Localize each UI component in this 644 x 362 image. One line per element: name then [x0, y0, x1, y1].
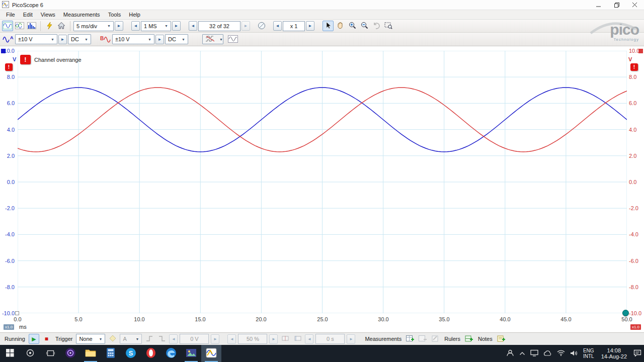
menu-file[interactable]: File — [2, 11, 19, 19]
taskbar-app-calculator[interactable] — [101, 345, 121, 362]
add-measurement-button[interactable] — [405, 334, 416, 344]
channel-a-range-dropdown[interactable]: ±10 V ▼ — [15, 34, 57, 44]
taskbar-app-skype[interactable]: S — [121, 345, 141, 362]
onedrive-tray-button[interactable] — [541, 345, 554, 362]
trigger-toolbar: Running ▶ ■ Trigger None ▼ A ▼ ◄ 0 V ► ◄… — [0, 332, 644, 345]
channel-b-range-next-button[interactable]: ► — [155, 35, 164, 44]
channel-b-options-button[interactable]: B — [99, 34, 111, 45]
taskbar-app-file-explorer[interactable] — [80, 345, 101, 362]
chevron-down-icon: ▼ — [180, 38, 185, 41]
axis-corner-handle[interactable] — [15, 311, 19, 315]
taskbar-app-media-player[interactable] — [60, 345, 80, 362]
channel-a-warning-icon[interactable]: ! — [5, 63, 13, 71]
channel-b-warning-icon[interactable]: ! — [630, 63, 638, 71]
home-settings-button[interactable] — [56, 21, 67, 31]
task-view-button[interactable] — [40, 345, 60, 362]
tray-overflow-button[interactable] — [517, 345, 528, 362]
signal-generator-button[interactable] — [227, 34, 238, 45]
delay-increase-button: ► — [347, 334, 355, 344]
zoom-decrease-button[interactable]: ◄ — [273, 21, 282, 31]
menu-tools[interactable]: Tools — [104, 11, 125, 19]
waveform-plot[interactable] — [18, 51, 627, 313]
close-button[interactable] — [626, 0, 644, 10]
spectrum-mode-button[interactable] — [26, 21, 37, 31]
menu-measurements[interactable]: Measurements — [59, 11, 104, 19]
timebase-dropdown[interactable]: 5 ms/div ▼ — [73, 21, 114, 31]
rulers-button[interactable] — [464, 334, 474, 344]
start-button[interactable] — [0, 345, 20, 362]
x-axis-label: 10.0 — [134, 316, 144, 322]
channel-b-scale-badge: x1.0 — [630, 324, 641, 330]
digital-inputs-icon — [205, 35, 215, 43]
rulers-label: Rulers — [443, 336, 462, 342]
y-axis-left: -10.0-8.0-6.0-4.0-2.00.02.04.06.08.010.0 — [0, 51, 16, 313]
calculator-icon — [106, 347, 116, 359]
x-axis: 0.05.010.015.020.025.030.035.040.045.050… — [18, 316, 627, 323]
svg-text:A: A — [10, 35, 14, 40]
notes-button[interactable] — [496, 334, 507, 344]
axis-scroll-marker[interactable] — [622, 310, 629, 316]
taskbar-app-edge[interactable] — [161, 345, 181, 362]
hand-pan-tool-button[interactable] — [335, 21, 346, 31]
samples-increase-button[interactable]: ► — [172, 21, 181, 31]
chevron-down-icon: ▼ — [105, 24, 111, 28]
channel-a-coupling-dropdown[interactable]: DC ▼ — [68, 34, 91, 44]
channels-toolbar: A ±10 V ▼ ► DC ▼ B ±10 V ▼ ► DC ▼ ▼ — [0, 33, 644, 46]
task-view-icon — [46, 349, 55, 358]
action-center-button[interactable] — [631, 345, 644, 362]
samples-dropdown[interactable]: 1 MS ▼ — [141, 21, 171, 31]
taskbar-app-opera[interactable] — [141, 345, 161, 362]
stop-capture-button[interactable]: ■ — [41, 334, 52, 344]
x-axis-unit: ms — [19, 324, 27, 330]
rapid-trigger-button — [107, 334, 118, 344]
persistence-mode-icon — [15, 22, 24, 30]
channel-a-options-button[interactable]: A — [2, 34, 14, 45]
buffer-previous-button[interactable]: ◄ — [189, 21, 197, 31]
zoom-factor-field[interactable]: x 1 — [283, 21, 305, 31]
pretrigger-increase-button: ► — [269, 334, 278, 344]
display-tray-button[interactable] — [528, 345, 541, 362]
x-axis-label: 25.0 — [317, 316, 328, 322]
y-axis-label-right: -10.0 — [629, 310, 641, 316]
network-tray-button[interactable] — [554, 345, 568, 362]
digital-inputs-button[interactable]: ▼ — [202, 34, 223, 44]
language-indicator[interactable]: ENG INTL — [580, 345, 597, 362]
channel-b-coupling-dropdown[interactable]: DC ▼ — [165, 34, 188, 44]
taskbar-app-picoscope[interactable] — [201, 345, 221, 362]
minimize-button[interactable] — [590, 0, 608, 10]
channel-b-axis-marker[interactable] — [638, 49, 643, 53]
menu-views[interactable]: Views — [37, 11, 59, 19]
chevron-down-icon: ▼ — [217, 38, 223, 41]
channel-a-axis-marker[interactable] — [1, 49, 6, 53]
menu-help[interactable]: Help — [125, 11, 144, 19]
volume-tray-button[interactable] — [568, 345, 580, 362]
notes-label: Notes — [476, 336, 494, 342]
samples-decrease-button[interactable]: ◄ — [131, 21, 140, 31]
taskbar-app-photos[interactable] — [181, 345, 201, 362]
logo-swoosh-icon — [588, 21, 638, 34]
persistence-mode-button[interactable] — [14, 21, 25, 31]
normal-selection-tool-button[interactable] — [323, 21, 334, 31]
people-button[interactable] — [504, 345, 517, 362]
buffer-overview-button[interactable] — [256, 21, 267, 31]
trigger-mode-dropdown[interactable]: None ▼ — [76, 334, 105, 344]
warning-icon: ! — [20, 55, 31, 64]
maximize-button[interactable] — [608, 0, 626, 10]
timebase-next-button[interactable]: ► — [115, 21, 123, 31]
auto-setup-button[interactable] — [44, 21, 55, 31]
start-capture-button[interactable]: ▶ — [29, 334, 39, 344]
taskbar-clock[interactable]: 14:08 14-Aug-22 — [597, 345, 631, 362]
zoom-out-tool-button[interactable] — [359, 21, 370, 31]
buffer-position-field[interactable]: 32 of 32 — [198, 21, 240, 31]
search-button[interactable] — [20, 345, 40, 362]
samples-value: 1 MS — [144, 23, 157, 29]
zoom-increase-button[interactable]: ► — [306, 21, 314, 31]
oscilloscope-mode-button[interactable] — [2, 21, 13, 31]
scope-view[interactable]: -10.0-8.0-6.0-4.0-2.00.02.04.06.08.010.0… — [0, 46, 644, 332]
zoom-in-tool-button[interactable] — [347, 21, 358, 31]
marquee-zoom-tool-button[interactable] — [383, 21, 394, 31]
channel-b-range-dropdown[interactable]: ±10 V ▼ — [112, 34, 154, 44]
menu-edit[interactable]: Edit — [19, 11, 37, 19]
channel-a-range-next-button[interactable]: ► — [58, 35, 67, 44]
zoom-in-icon — [349, 22, 356, 30]
